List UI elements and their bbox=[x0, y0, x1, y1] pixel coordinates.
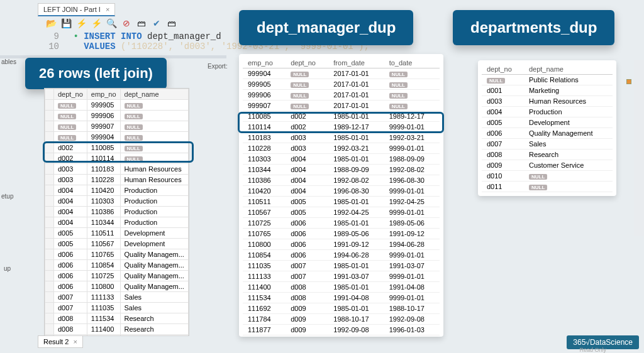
cell[interactable]: 110511 bbox=[87, 228, 120, 239]
cell[interactable]: NULL bbox=[286, 90, 328, 100]
table-row[interactable]: d002110085NULL bbox=[45, 143, 189, 153]
cell[interactable]: 999907 bbox=[243, 100, 286, 111]
cell[interactable]: NULL bbox=[286, 100, 328, 111]
cell[interactable]: Production bbox=[120, 185, 188, 196]
column-header[interactable]: to_date bbox=[384, 58, 440, 68]
table-row[interactable]: d007Sales bbox=[482, 139, 613, 149]
cell[interactable]: d005 bbox=[286, 197, 328, 207]
cell[interactable]: d003 bbox=[286, 143, 328, 154]
table-row[interactable]: d007111133Sales bbox=[45, 292, 189, 303]
cell[interactable]: d005 bbox=[482, 117, 524, 128]
cell[interactable]: 111692 bbox=[87, 335, 120, 337]
cell[interactable]: 1985-01-01 bbox=[328, 197, 384, 207]
table-row[interactable]: 999906NULL2017-01-01NULL bbox=[243, 90, 440, 100]
cell[interactable]: d008 bbox=[482, 149, 524, 160]
cell[interactable]: 1996-08-30 bbox=[384, 175, 440, 186]
close-icon[interactable]: × bbox=[106, 6, 109, 13]
table-row[interactable]: d011NULL bbox=[482, 182, 613, 192]
table-row[interactable]: d003110183Human Resources bbox=[45, 164, 189, 175]
table-row[interactable]: 111692d0091985-01-011988-10-17 bbox=[243, 303, 440, 314]
column-header[interactable]: dept_name bbox=[524, 64, 613, 75]
cell[interactable]: 1994-06-28 bbox=[384, 239, 440, 250]
table-row[interactable]: 110765d0061989-05-061991-09-12 bbox=[243, 229, 440, 239]
cell[interactable]: Quality Managem... bbox=[120, 249, 188, 260]
cell[interactable]: d006 bbox=[54, 260, 87, 271]
cell[interactable]: 1992-08-02 bbox=[384, 165, 440, 175]
table-row[interactable]: 110344d0041988-09-091992-08-02 bbox=[243, 165, 440, 175]
cell[interactable]: d006 bbox=[54, 271, 87, 281]
cell[interactable]: d005 bbox=[54, 228, 87, 239]
cell[interactable]: 9999-01-01 bbox=[384, 271, 440, 282]
cell[interactable]: Production bbox=[120, 207, 188, 217]
table-row[interactable]: d001Marketing bbox=[482, 85, 613, 96]
cell[interactable]: 110344 bbox=[87, 217, 120, 228]
cell[interactable]: d009 bbox=[286, 335, 328, 337]
cell[interactable]: d009 bbox=[286, 325, 328, 335]
cell[interactable]: 1992-09-08 bbox=[328, 325, 384, 335]
table-row[interactable]: NULL999905NULL bbox=[45, 100, 189, 111]
table-row[interactable]: d008111534Research bbox=[45, 313, 189, 324]
cell[interactable]: Development bbox=[120, 239, 188, 249]
cell[interactable]: 1988-09-09 bbox=[328, 165, 384, 175]
table-row[interactable]: 111939d0091996-01-039999-01-01 bbox=[243, 335, 440, 337]
execute-icon[interactable]: ⚡ bbox=[75, 18, 87, 29]
table-row[interactable]: d004110420Production bbox=[45, 185, 189, 196]
cell[interactable]: d001 bbox=[482, 85, 524, 96]
cell[interactable]: 999904 bbox=[243, 68, 286, 79]
cell[interactable]: NULL bbox=[286, 68, 328, 79]
cell[interactable]: 110800 bbox=[243, 239, 286, 250]
cell[interactable]: 2017-01-01 bbox=[328, 79, 384, 90]
departments-table[interactable]: dept_nodept_name NULLPublic Relationsd00… bbox=[482, 64, 613, 192]
cell[interactable]: Quality Managem... bbox=[120, 271, 188, 281]
table-row[interactable]: NULLPublic Relations bbox=[482, 75, 613, 85]
cell[interactable]: Production bbox=[524, 107, 613, 117]
cell[interactable]: d007 bbox=[286, 271, 328, 282]
table-row[interactable]: d004110386Production bbox=[45, 207, 189, 217]
cell[interactable]: NULL bbox=[54, 100, 87, 111]
table-row[interactable]: 110725d0061985-01-011989-05-06 bbox=[243, 218, 440, 229]
cell[interactable]: 110114 bbox=[87, 153, 120, 164]
cell[interactable]: Sales bbox=[120, 292, 188, 303]
cell[interactable]: Development bbox=[120, 228, 188, 239]
autocommit-icon[interactable]: ✔ bbox=[151, 18, 162, 29]
cell[interactable]: NULL bbox=[120, 111, 188, 121]
cell[interactable]: Sales bbox=[524, 139, 613, 149]
cell[interactable]: 1985-01-01 bbox=[328, 261, 384, 271]
cell[interactable]: 1985-01-01 bbox=[328, 154, 384, 165]
cell[interactable]: NULL bbox=[384, 68, 440, 79]
result-tab[interactable]: Result 2 × bbox=[38, 335, 83, 348]
table-row[interactable]: 999904NULL2017-01-01NULL bbox=[243, 68, 440, 79]
cell[interactable]: d004 bbox=[286, 175, 328, 186]
cell[interactable]: 1996-01-03 bbox=[384, 325, 440, 335]
cell[interactable]: 110765 bbox=[87, 249, 120, 260]
cell[interactable]: Customer Service bbox=[120, 335, 188, 337]
table-row[interactable]: 110800d0061991-09-121994-06-28 bbox=[243, 239, 440, 250]
cell[interactable]: NULL bbox=[286, 79, 328, 90]
table-row[interactable]: NULL999904NULL bbox=[45, 132, 189, 143]
cell[interactable]: 9999-01-01 bbox=[384, 122, 440, 133]
commit-icon[interactable]: 🗃 bbox=[136, 18, 147, 29]
cell[interactable]: 110567 bbox=[87, 239, 120, 249]
cell[interactable]: 1985-01-01 bbox=[328, 111, 384, 122]
cell[interactable]: d005 bbox=[286, 207, 328, 218]
result-grid[interactable]: dept_noemp_nodept_name NULL999905NULLNUL… bbox=[44, 88, 189, 336]
cell[interactable]: 9999-01-01 bbox=[384, 293, 440, 303]
cell[interactable]: NULL bbox=[120, 121, 188, 132]
cell[interactable]: NULL bbox=[54, 111, 87, 121]
cell[interactable]: 999905 bbox=[243, 79, 286, 90]
table-row[interactable]: d002110114NULL bbox=[45, 153, 189, 164]
cell[interactable]: d002 bbox=[286, 122, 328, 133]
cell[interactable]: NULL bbox=[384, 100, 440, 111]
cell[interactable]: NULL bbox=[482, 75, 524, 85]
cell[interactable]: d003 bbox=[54, 164, 87, 175]
cell[interactable]: d003 bbox=[286, 133, 328, 143]
table-row[interactable]: d006Quality Management bbox=[482, 128, 613, 139]
cell[interactable]: 111400 bbox=[243, 282, 286, 293]
table-row[interactable]: d005Development bbox=[482, 117, 613, 128]
cell[interactable]: Research bbox=[524, 149, 613, 160]
cell[interactable]: d004 bbox=[286, 186, 328, 197]
cell[interactable]: 1992-08-02 bbox=[328, 175, 384, 186]
limit-icon[interactable]: 🗃 bbox=[166, 18, 177, 29]
table-row[interactable]: d007111035Sales bbox=[45, 303, 189, 313]
cell[interactable]: 110085 bbox=[243, 111, 286, 122]
